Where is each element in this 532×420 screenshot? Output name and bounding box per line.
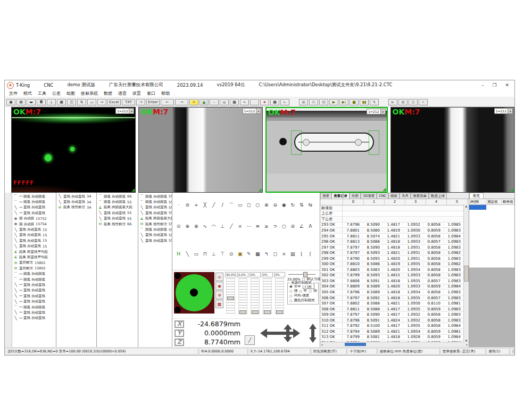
- measurement-row[interactable]: 307 OK7.88028.50881.48211.09300.81101.09…: [320, 301, 469, 307]
- slider-thumb[interactable]: [264, 310, 271, 314]
- list-item[interactable]: H距离线性标注55: [138, 221, 172, 227]
- star-button[interactable]: ★: [260, 99, 269, 105]
- list-item[interactable]: ╲直线自动直线15: [12, 233, 56, 238]
- measurement-row[interactable]: 294 OK7.88018.50801.48191.09300.80591.09…: [320, 228, 469, 234]
- list-item[interactable]: ╲直线自动直线15: [12, 244, 56, 249]
- element-list-empty[interactable]: [469, 210, 514, 268]
- toolbox-tool-icon[interactable]: ⊤: [219, 250, 227, 258]
- pause-button[interactable]: ▮▮: [360, 99, 369, 105]
- tile-windows-button[interactable]: ⊞: [309, 99, 318, 105]
- toolbox-tool-icon[interactable]: ↻: [289, 201, 297, 209]
- light-channel-slider[interactable]: 0%: [250, 272, 261, 317]
- list-item[interactable]: ╲直线自动直线55: [138, 205, 172, 210]
- list-item[interactable]: ⌒圆弧自动圆弧55: [97, 199, 138, 204]
- toolbox-tool-icon[interactable]: ▣: [236, 250, 245, 258]
- list-item[interactable]: ╲直线自动直线34: [56, 199, 96, 204]
- menu-item-文件[interactable]: 文件: [9, 90, 18, 96]
- left-scroll-strip[interactable]: [5, 193, 12, 347]
- tab-夹具[interactable]: 夹具: [400, 193, 411, 199]
- z-jog-arrows-icon[interactable]: [308, 323, 318, 343]
- right-col-header-测定值[interactable]: 测定值: [486, 199, 502, 204]
- tab-模板[interactable]: 模板: [388, 193, 400, 199]
- toolbox-tool-icon[interactable]: ⊘: [289, 223, 297, 230]
- list-item[interactable]: ⌒圆弧自动圆弧66: [97, 194, 138, 199]
- list-item[interactable]: ╲***直线自动直线: [12, 316, 56, 321]
- list-item[interactable]: ╲***直线自动直线: [12, 293, 56, 299]
- wave-button[interactable]: ∿: [240, 99, 249, 105]
- toolbox-tool-icon[interactable]: ⊓: [201, 250, 210, 258]
- terrain-button[interactable]: ▲: [200, 99, 209, 105]
- toolbox-tool-icon[interactable]: ▤: [289, 250, 297, 258]
- toolbox-tool-icon[interactable]: ≥: [262, 223, 271, 230]
- arrow-left-button[interactable]: ←: [161, 99, 174, 105]
- ring-select-button-2[interactable]: ◉: [215, 282, 223, 290]
- list-item[interactable]: ╲***直线自动直线: [12, 282, 56, 287]
- toolbox-tool-icon[interactable]: ×: [236, 223, 245, 230]
- menu-item-模式[interactable]: 模式: [23, 90, 32, 96]
- maximize-button[interactable]: ❐: [492, 83, 496, 88]
- tolerance-row[interactable]: 下公差: [320, 217, 469, 223]
- save-3-button[interactable]: ▦: [398, 99, 408, 105]
- list-item[interactable]: ╲***直线自动直线: [12, 299, 56, 304]
- magnifier-button[interactable]: ◎: [220, 99, 229, 105]
- light-channel-slider[interactable]: 0%: [262, 272, 273, 317]
- list-item[interactable]: ╲直线自动直线34: [56, 194, 96, 199]
- camera-4-zoom-select[interactable]: 1=212 ▾: [494, 108, 513, 114]
- measurement-row[interactable]: 301 OK7.88038.50831.48201.09340.80581.09…: [320, 267, 469, 273]
- list-item[interactable]: ⌒***圆弧自动圆弧: [12, 271, 56, 276]
- measurement-row[interactable]: 313 OK7.87998.50811.48181.09280.80591.09…: [320, 335, 469, 341]
- slider-thumb[interactable]: [239, 310, 246, 314]
- radio-icon[interactable]: ○: [289, 294, 293, 298]
- ring-select-button-1[interactable]: ◎: [215, 273, 223, 281]
- measurement-row[interactable]: 295 OK7.88118.50741.48211.09330.80581.09…: [320, 234, 469, 240]
- toolbox-tool-icon[interactable]: ⌊: [297, 250, 306, 258]
- menu-item-绘图[interactable]: 绘图: [66, 90, 75, 96]
- measurement-row[interactable]: 302 OK7.87998.50931.48151.09330.80581.09…: [320, 273, 469, 279]
- toolbox-tool-icon[interactable]: ↰: [262, 250, 271, 258]
- radio-icon[interactable]: ○: [289, 289, 293, 293]
- minimize-button[interactable]: –: [481, 83, 484, 88]
- toolbox-tool-icon[interactable]: ○: [280, 223, 288, 230]
- toolbox-tool-icon[interactable]: ×: [280, 250, 288, 258]
- up-down-button[interactable]: ⇅: [77, 99, 86, 105]
- chevron-down-icon[interactable]: ▾: [508, 109, 512, 113]
- toolbox-tool-icon[interactable]: A: [306, 223, 315, 230]
- open-folder-button[interactable]: ▤: [16, 99, 26, 105]
- toolbox-tool-icon[interactable]: ╳: [201, 201, 210, 209]
- tab-element[interactable]: 图元: [469, 193, 484, 199]
- xy-jog-arrows-icon[interactable]: [258, 323, 304, 343]
- vertical-scrollbar[interactable]: ▲ ▼: [463, 204, 469, 342]
- toolbox-tool-icon[interactable]: ╱: [210, 201, 218, 209]
- play-2-button[interactable]: ▶: [388, 99, 397, 105]
- measurement-row[interactable]: 300 OK7.88108.50861.48191.09350.80581.09…: [320, 261, 469, 267]
- toolbox-tool-icon[interactable]: ⊗: [192, 223, 201, 230]
- scroll-down-icon[interactable]: ▼: [466, 339, 468, 342]
- measurement-row[interactable]: 304 OK7.88098.50891.48201.09330.80591.09…: [320, 284, 469, 290]
- light-channel-slider[interactable]: 40.0%: [225, 272, 236, 317]
- tab-测量[interactable]: 测量: [320, 193, 331, 199]
- measurement-row[interactable]: 303 OK7.88068.50911.48181.09350.80571.09…: [320, 278, 469, 284]
- camera-view-4[interactable]: OKM:7 1=212 ▾ ◢: [390, 107, 514, 193]
- scrollbar-thumb[interactable]: [345, 343, 366, 346]
- slider-thumb[interactable]: [227, 297, 234, 300]
- qr-code-button[interactable]: ▦: [270, 99, 279, 105]
- arrow-right-button[interactable]: →: [175, 99, 188, 105]
- col-header-1[interactable]: 1: [364, 199, 385, 205]
- play-button[interactable]: ▶: [329, 99, 338, 105]
- measurement-row[interactable]: 297 OK7.87978.50901.48181.09310.80581.09…: [320, 245, 469, 251]
- list-item[interactable]: ∡距离内圆弧最大距: [97, 205, 138, 210]
- measurement-row[interactable]: 310 OK7.87968.50911.48241.09320.80581.09…: [320, 318, 469, 324]
- list-item[interactable]: ╲***直线自动直线: [12, 210, 56, 216]
- col-header-3[interactable]: 3: [405, 199, 426, 205]
- toolbox-tool-icon[interactable]: ⊘: [184, 201, 192, 209]
- menu-item-设置[interactable]: 设置: [132, 90, 141, 96]
- toolbox-tool-icon[interactable]: ◻: [271, 250, 280, 258]
- menu-item-窗口[interactable]: 窗口: [147, 90, 155, 96]
- toolbox-tool-icon[interactable]: ⊃: [271, 223, 280, 230]
- tab-测量记录[interactable]: 测量记录: [331, 193, 350, 199]
- dash-button[interactable]: –: [210, 99, 219, 105]
- list-item[interactable]: ⌒***圆弧自动圆弧: [12, 194, 56, 199]
- toolbox-tool-icon[interactable]: ✎: [245, 250, 253, 258]
- list-item[interactable]: ⌒***圆弧自动圆弧: [12, 277, 56, 282]
- step-arrow-button[interactable]: ⇒: [97, 99, 106, 105]
